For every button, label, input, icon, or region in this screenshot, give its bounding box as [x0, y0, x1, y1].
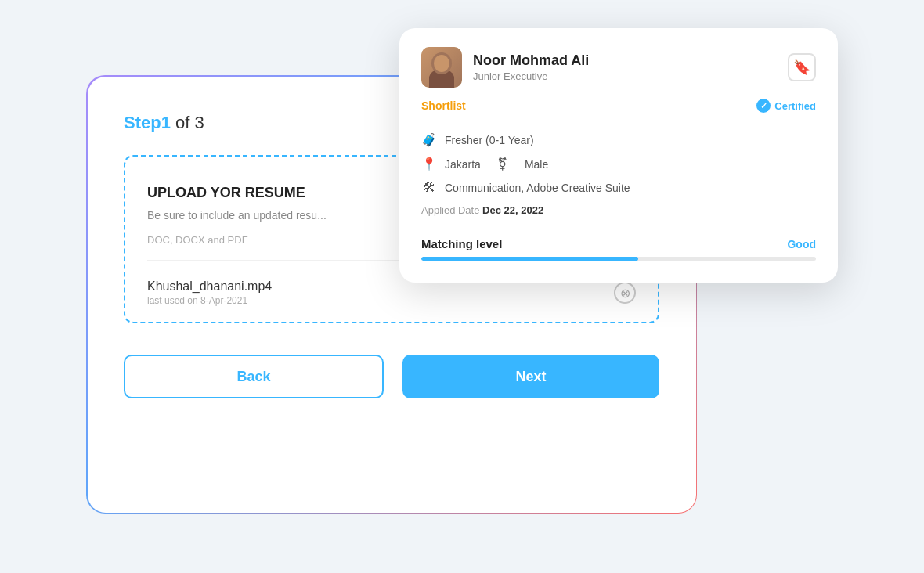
step-number-val: 1 [161, 113, 171, 132]
file-date: last used on 8-Apr-2021 [147, 295, 272, 306]
shortlist-row: Shortlist ✓ Certified [421, 99, 816, 113]
close-icon: ⊗ [620, 286, 630, 301]
candidate-card: Noor Mohmad Ali Junior Executive 🔖 Short… [399, 28, 838, 283]
candidate-details: Noor Mohmad Ali Junior Executive [473, 52, 589, 82]
applied-row: Applied Date Dec 22, 2022 [421, 204, 816, 216]
step-number: Step [124, 113, 161, 132]
file-info: Khushal_dhanani.mp4 last used on 8-Apr-2… [147, 279, 272, 306]
scene: Step1 of 3 UPLOAD YOR RESUME Be sure to … [86, 28, 838, 545]
experience-text: Fresher (0-1 Year) [445, 134, 534, 146]
avatar-image [421, 47, 462, 88]
progress-bar-fill [421, 257, 638, 261]
location-text: Jakarta [445, 158, 481, 171]
briefcase-icon: 🧳 [421, 132, 437, 147]
next-button[interactable]: Next [402, 355, 659, 398]
candidate-info: Noor Mohmad Ali Junior Executive [421, 47, 589, 88]
candidate-header: Noor Mohmad Ali Junior Executive 🔖 [421, 47, 816, 88]
bookmark-icon: 🔖 [793, 59, 810, 76]
skills-text: Communication, Adobe Creative Suite [445, 182, 630, 194]
avatar [421, 47, 462, 88]
applied-label: Applied Date [421, 204, 479, 216]
candidate-title: Junior Executive [473, 70, 589, 82]
candidate-name: Noor Mohmad Ali [473, 52, 589, 69]
matching-section: Matching level Good [421, 237, 816, 261]
certified-label: Certified [774, 100, 816, 112]
gender-text: Male [525, 158, 548, 171]
applied-date: Dec 22, 2022 [482, 204, 543, 216]
location-icon: 📍 [421, 157, 437, 171]
file-name: Khushal_dhanani.mp4 [147, 279, 272, 294]
matching-value: Good [787, 238, 816, 250]
button-row: Back Next [124, 355, 659, 398]
progress-bar-background [421, 257, 816, 261]
remove-file-button[interactable]: ⊗ [614, 282, 636, 304]
matching-label: Matching level [421, 237, 502, 250]
certified-icon: ✓ [756, 99, 771, 113]
divider-1 [421, 124, 816, 124]
skills-row: 🛠 Communication, Adobe Creative Suite [421, 181, 816, 195]
back-button[interactable]: Back [124, 355, 384, 398]
divider-2 [421, 229, 816, 229]
gender-icon: ⚧ [495, 157, 511, 171]
bookmark-button[interactable]: 🔖 [788, 53, 816, 81]
experience-row: 🧳 Fresher (0-1 Year) [421, 132, 816, 147]
matching-header: Matching level Good [421, 237, 816, 250]
step-total: of 3 [171, 113, 204, 132]
skills-icon: 🛠 [421, 181, 437, 195]
location-gender: Jakarta ⚧ Male [445, 157, 548, 171]
shortlist-badge[interactable]: Shortlist [421, 99, 466, 112]
location-gender-row: 📍 Jakarta ⚧ Male [421, 157, 816, 171]
certified-badge: ✓ Certified [756, 99, 816, 113]
